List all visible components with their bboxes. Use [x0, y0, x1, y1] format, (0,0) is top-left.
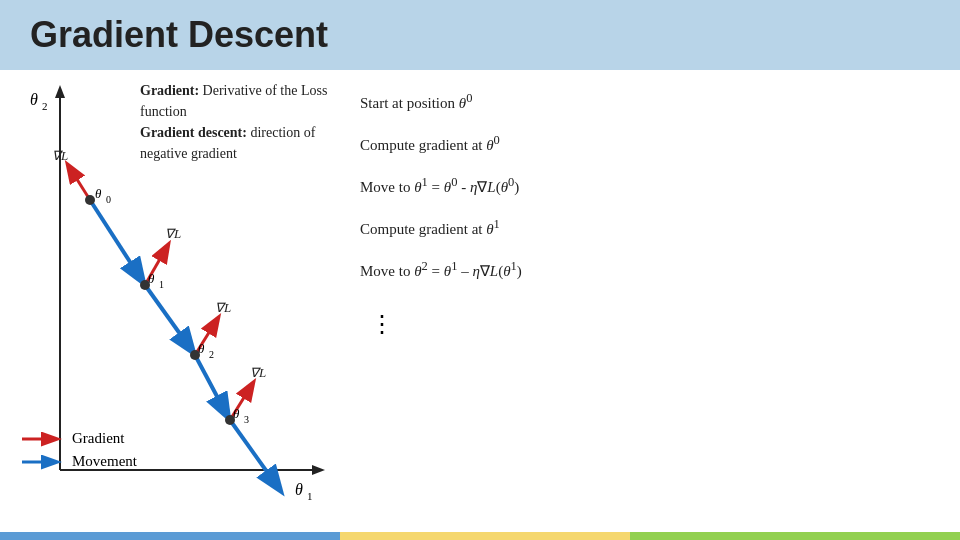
continuation-ellipsis: ⋮ [370, 310, 930, 338]
svg-marker-1 [55, 85, 65, 98]
svg-text:2: 2 [209, 349, 214, 360]
step-1: Start at position θ0 [360, 90, 930, 114]
step-4: Compute gradient at θ1 [360, 216, 930, 240]
svg-line-11 [230, 420, 280, 490]
gradient-legend-label: Gradient [72, 430, 124, 447]
svg-text:θ: θ [295, 481, 303, 498]
svg-text:1: 1 [307, 490, 313, 500]
svg-line-12 [68, 165, 90, 200]
main-content: Gradient: Derivative of the Loss functio… [0, 70, 960, 540]
bar-green [630, 532, 960, 540]
svg-text:θ: θ [30, 91, 38, 108]
svg-text:θ: θ [198, 341, 205, 356]
svg-text:θ: θ [233, 406, 240, 421]
bar-yellow [340, 532, 630, 540]
legend: Gradient Movement [20, 430, 137, 470]
page-title: Gradient Descent [30, 14, 328, 56]
svg-text:θ: θ [95, 186, 102, 201]
red-arrow-icon [20, 431, 64, 447]
svg-text:∇L: ∇L [52, 148, 68, 163]
bar-blue [0, 532, 340, 540]
right-panel: Start at position θ0 Compute gradient at… [340, 70, 960, 540]
header-bar: Gradient Descent [0, 0, 960, 70]
legend-movement: Movement [20, 453, 137, 470]
blue-arrow-icon [20, 454, 64, 470]
svg-text:∇L: ∇L [250, 365, 266, 380]
svg-text:∇L: ∇L [165, 226, 181, 241]
bottom-bars [0, 532, 960, 540]
step-2: Compute gradient at θ0 [360, 132, 930, 156]
svg-text:0: 0 [106, 194, 111, 205]
left-panel: Gradient: Derivative of the Loss functio… [0, 70, 340, 540]
legend-gradient: Gradient [20, 430, 137, 447]
movement-legend-label: Movement [72, 453, 137, 470]
svg-text:3: 3 [244, 414, 249, 425]
svg-marker-3 [312, 465, 325, 475]
step-5: Move to θ2 = θ1 – η∇L(θ1) [360, 258, 930, 282]
step-3: Move to θ1 = θ0 - η∇L(θ0) [360, 174, 930, 198]
svg-text:∇L: ∇L [215, 300, 231, 315]
svg-line-10 [195, 355, 228, 417]
svg-text:θ: θ [148, 271, 155, 286]
svg-point-20 [85, 195, 95, 205]
svg-line-8 [90, 200, 143, 282]
svg-text:2: 2 [42, 100, 48, 112]
svg-text:1: 1 [159, 279, 164, 290]
svg-line-9 [145, 285, 193, 352]
